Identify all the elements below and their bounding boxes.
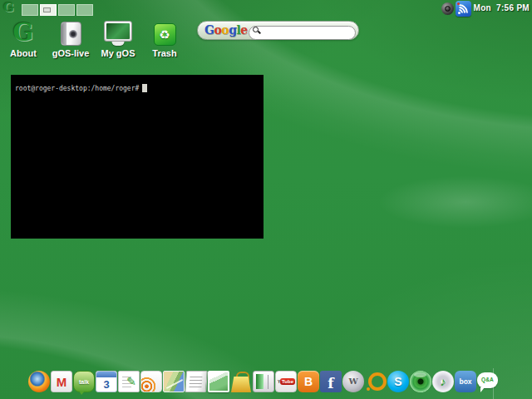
desktop-icon-label: gOS-live — [44, 48, 97, 58]
desktop-icon-label: Trash — [138, 48, 191, 58]
desktop-icon-trash[interactable]: ♻ Trash — [138, 18, 191, 58]
meebo-icon[interactable] — [365, 371, 387, 392]
blogger-icon[interactable]: B — [298, 371, 319, 392]
faqly-glyph: Q&A — [481, 377, 494, 383]
faqly-icon[interactable]: Q&A — [477, 372, 498, 388]
dock: Mtalk3✎YouTubeBfWS♪boxQ&A — [28, 371, 498, 392]
google-logo-letter: e — [240, 23, 247, 37]
google-news-icon[interactable] — [185, 371, 208, 392]
skype-glyph: S — [394, 376, 401, 387]
google-logo-letter: o — [214, 23, 221, 37]
wikipedia-icon[interactable]: W — [342, 371, 364, 392]
google-logo-letter: G — [204, 23, 214, 37]
wifi-dot — [458, 12, 461, 14]
gos-apps-icon[interactable] — [253, 371, 274, 392]
terminal-prompt: root@roger-desktop:/home/roger# — [15, 85, 139, 92]
wikipedia-glyph: W — [348, 377, 357, 386]
google-reader-icon[interactable] — [140, 371, 162, 392]
google-talk-glyph: talk — [79, 379, 89, 385]
workspace-window-thumb — [43, 7, 51, 12]
music-player-icon[interactable]: ♪ — [432, 371, 454, 392]
desktop-icon-about[interactable]: G About — [0, 18, 50, 58]
google-shopping-icon[interactable] — [230, 371, 252, 392]
xine-icon[interactable] — [410, 371, 431, 392]
recycle-icon: ♻ — [154, 23, 176, 46]
music-player-glyph: ♪ — [441, 376, 446, 387]
google-logo-letter: o — [221, 23, 229, 37]
facebook-glyph: f — [328, 377, 333, 391]
monitor-icon — [104, 21, 132, 42]
live-cd-box — [44, 18, 97, 46]
terminal-window[interactable]: root@roger-desktop:/home/roger# — [11, 75, 264, 239]
workspace-3[interactable] — [58, 4, 75, 16]
box-glyph: box — [459, 378, 471, 386]
monitor-box — [91, 18, 145, 46]
workspace-1[interactable] — [22, 4, 38, 16]
google-logo: Google — [204, 23, 248, 37]
desktop-icon-my-gos[interactable]: My gOS — [91, 18, 145, 58]
live-cd-icon — [61, 22, 81, 46]
recycle-glyph: ♻ — [159, 28, 170, 41]
blogger-glyph: B — [304, 376, 313, 387]
dock-edge — [493, 368, 494, 399]
google-docs-icon[interactable]: ✎ — [118, 371, 140, 392]
desktop-icon-label: My gOS — [91, 48, 145, 58]
desktop-icon-label: About — [0, 48, 50, 58]
g-glyph: G — [13, 20, 34, 46]
trash-box: ♻ — [138, 18, 191, 46]
speaker-icon — [445, 6, 451, 12]
search-icon[interactable] — [253, 27, 259, 32]
gmail-glyph: M — [57, 376, 67, 388]
search-input-wrap — [249, 23, 356, 37]
google-maps-icon[interactable] — [163, 371, 185, 392]
google-search-widget: Google — [197, 21, 359, 40]
search-input[interactable] — [249, 26, 356, 40]
gmail-icon[interactable]: M — [51, 371, 72, 392]
skype-icon[interactable]: S — [387, 371, 409, 392]
workspace-4[interactable] — [76, 4, 93, 16]
wifi-status-dot — [457, 2, 460, 5]
youtube-icon[interactable]: YouTube — [275, 371, 297, 392]
clock: Mon 7:56 PM — [474, 3, 530, 12]
firefox-icon[interactable] — [28, 371, 50, 392]
facebook-icon[interactable]: f — [320, 371, 342, 392]
box-icon[interactable]: box — [455, 371, 476, 392]
gos-g-icon: G — [0, 18, 50, 46]
google-calendar-icon[interactable]: 3 — [96, 371, 117, 392]
google-docs-glyph: ✎ — [126, 376, 136, 387]
google-talk-icon[interactable]: talk — [73, 371, 95, 392]
terminal-cursor — [142, 84, 147, 92]
wifi-icon[interactable] — [456, 1, 471, 17]
desktop: G Mon 7:56 PM G About gOS-live My gOS ♻ … — [0, 0, 532, 399]
gos-menu-icon[interactable]: G — [3, 0, 14, 15]
google-photos-icon[interactable] — [208, 371, 229, 392]
google-calendar-glyph: 3 — [103, 379, 109, 390]
volume-icon[interactable] — [441, 2, 454, 15]
workspace-2[interactable] — [40, 4, 57, 16]
desktop-icon-gos-live[interactable]: gOS-live — [44, 18, 97, 58]
workspace-pager — [22, 4, 93, 16]
youtube-glyph-2: Tube — [280, 378, 295, 385]
